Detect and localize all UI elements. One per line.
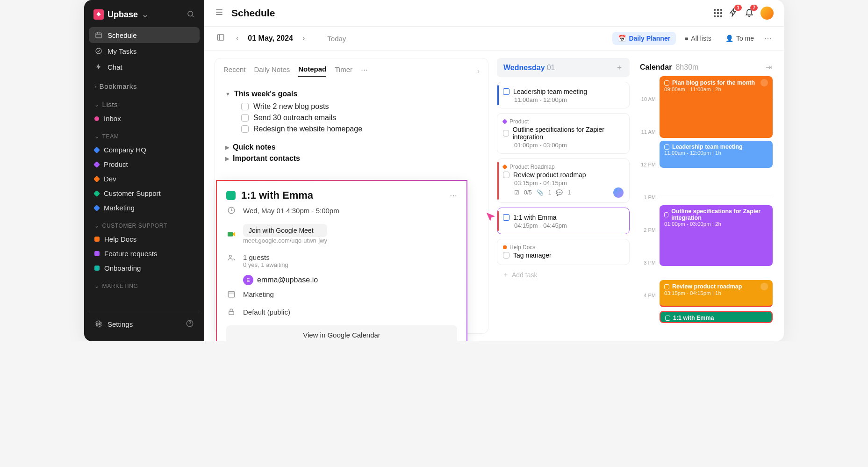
section-marketing[interactable]: ⌄ MARKETING <box>89 275 200 292</box>
more-icon[interactable]: ⋯ <box>762 32 774 45</box>
event-visibility: Default (public) <box>243 308 290 316</box>
panel-toggle-icon[interactable] <box>215 31 227 45</box>
chevron-down-icon: ⌄ <box>94 133 100 140</box>
task-card-selected[interactable]: 1:1 with Emma 04:15pm - 04:45pm <box>497 208 630 234</box>
section-bookmarks[interactable]: › Bookmarks <box>89 75 200 93</box>
chevron-right-icon[interactable]: › <box>477 67 480 75</box>
task-card[interactable]: Product Roadmap Review product roadmap 0… <box>497 158 630 203</box>
checkbox[interactable] <box>664 284 669 289</box>
task-card[interactable]: Product Outline specifications for Zapie… <box>497 113 630 154</box>
calendar-event[interactable]: Outline specifications for Zapier integr… <box>660 205 773 266</box>
hour-label: 11 AM <box>638 129 656 135</box>
hour-label: 12 PM <box>638 162 656 167</box>
section-team[interactable]: ⌄ TEAM <box>89 126 200 143</box>
svg-point-3 <box>98 323 100 325</box>
page-title: Schedule <box>231 7 275 19</box>
chevron-down-icon: ⌄ <box>94 101 100 108</box>
daily-planner-button[interactable]: 📅 Daily Planner <box>612 32 676 45</box>
tab-daily-notes[interactable]: Daily Notes <box>254 65 290 76</box>
diamond-icon <box>93 161 100 167</box>
triangle-right-icon[interactable]: ▶ <box>225 144 229 151</box>
more-icon[interactable]: ⋯ <box>361 65 368 77</box>
checkbox[interactable] <box>664 144 669 150</box>
assignee-avatar <box>760 283 768 290</box>
menu-icon[interactable] <box>215 7 224 19</box>
diamond-icon <box>93 175 100 182</box>
task-card[interactable]: Leadership team meeting 11:00am - 12:00p… <box>497 82 630 108</box>
join-meet-button[interactable]: Join with Google Meet <box>243 224 327 237</box>
timeline[interactable]: 10 AM11 AM12 PM1 PM2 PM3 PM4 PM Plan blo… <box>638 76 774 329</box>
triangle-down-icon[interactable]: ▼ <box>225 91 230 97</box>
add-icon[interactable]: ＋ <box>616 63 623 72</box>
calendar-icon <box>503 88 509 95</box>
list-team-item[interactable]: Product <box>89 157 200 172</box>
calendar-event[interactable]: 1:1 with Emma <box>660 311 773 323</box>
apps-icon[interactable] <box>714 9 722 17</box>
section-customer-support[interactable]: ⌄ CUSTOMER SUPPORT <box>89 215 200 232</box>
nav-settings[interactable]: Settings <box>94 318 133 330</box>
notepad-body[interactable]: ▼This week's goals Write 2 new blog post… <box>215 82 488 170</box>
list-team-item[interactable]: Marketing <box>89 201 200 215</box>
search-icon[interactable] <box>187 10 195 20</box>
checkbox[interactable] <box>503 252 509 259</box>
calendar-event[interactable]: Leadership team meeting11:00am - 12:00pm… <box>660 141 773 168</box>
notifications-icon[interactable]: 1 <box>729 7 738 19</box>
checkbox[interactable] <box>503 172 509 178</box>
nav-label: Schedule <box>108 31 137 39</box>
checkbox[interactable] <box>241 103 249 110</box>
triangle-right-icon[interactable]: ▶ <box>225 156 229 162</box>
help-icon[interactable] <box>186 319 194 329</box>
prev-day-icon[interactable]: ‹ <box>234 32 240 44</box>
svg-rect-5 <box>217 35 224 40</box>
add-task-button[interactable]: ＋ Add task <box>497 265 630 285</box>
bell-icon[interactable]: 7 <box>745 7 754 19</box>
section-lists[interactable]: ⌄ Lists <box>89 93 200 111</box>
nav-label: Chat <box>108 63 122 71</box>
event-title: 1:1 with Emma <box>241 189 313 201</box>
list-inbox[interactable]: Inbox <box>89 111 200 126</box>
next-day-icon[interactable]: › <box>301 32 307 44</box>
task-card[interactable]: Help Docs Tag manager <box>497 239 630 265</box>
calendar-event[interactable]: Plan blog posts for the month09:00am - 1… <box>660 76 773 138</box>
all-lists-button[interactable]: ≡ All lists <box>679 32 717 45</box>
calendar-icon <box>503 214 509 221</box>
list-team-item[interactable]: Company HQ <box>89 143 200 157</box>
day-number: 01 <box>547 64 555 72</box>
user-avatar[interactable] <box>760 7 774 20</box>
event-category: Marketing <box>243 290 274 298</box>
list-cs-item[interactable]: Feature requests <box>89 246 200 261</box>
clock-icon <box>226 206 237 215</box>
view-in-gcal-button[interactable]: View in Google Calendar <box>226 325 457 341</box>
bolt-icon <box>94 63 103 71</box>
checkbox[interactable] <box>241 114 249 122</box>
workspace-switcher[interactable]: Upbase ⌄ <box>93 9 149 20</box>
today-button[interactable]: Today <box>327 35 346 43</box>
to-me-button[interactable]: 👤 To me <box>720 32 760 45</box>
check-circle-icon <box>94 47 103 55</box>
topbar: Schedule 1 7 <box>204 0 784 27</box>
list-team-item[interactable]: Dev <box>89 172 200 186</box>
list-cs-item[interactable]: Onboarding <box>89 261 200 275</box>
chevron-down-icon: ⌄ <box>94 283 100 289</box>
nav-chat[interactable]: Chat <box>89 59 200 75</box>
user-icon: 👤 <box>725 35 733 42</box>
chevron-right-icon: › <box>94 83 97 90</box>
list-cs-item[interactable]: Help Docs <box>89 232 200 246</box>
assignee-avatar <box>760 79 768 86</box>
tab-notepad[interactable]: Notepad <box>298 65 326 77</box>
list-team-item[interactable]: Customer Support <box>89 186 200 201</box>
tab-timer[interactable]: Timer <box>335 65 352 76</box>
checkbox[interactable] <box>664 212 668 217</box>
checkbox[interactable] <box>503 130 509 137</box>
sidebar: Upbase ⌄ Schedule My Tasks Chat › Bookma… <box>84 0 204 341</box>
calendar-event[interactable]: Review product roadmap03:15pm - 04:15pm … <box>660 280 773 307</box>
checkbox[interactable] <box>665 316 670 321</box>
checkbox[interactable] <box>664 80 669 86</box>
nav-my-tasks[interactable]: My Tasks <box>89 43 200 59</box>
collapse-icon[interactable]: ⇥ <box>766 63 772 72</box>
diamond-icon <box>93 190 100 196</box>
tab-recent[interactable]: Recent <box>223 65 246 76</box>
nav-schedule[interactable]: Schedule <box>89 27 200 43</box>
more-icon[interactable]: ⋯ <box>450 191 457 200</box>
checkbox[interactable] <box>241 125 249 133</box>
